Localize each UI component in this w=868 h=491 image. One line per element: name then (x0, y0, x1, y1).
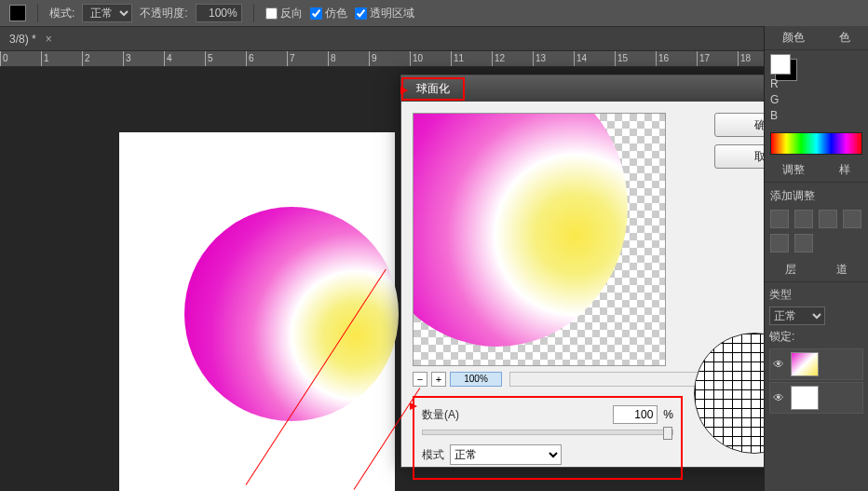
artboard[interactable] (119, 132, 395, 491)
opacity-input[interactable] (196, 4, 242, 22)
mode-select[interactable]: 正常 (450, 444, 562, 465)
close-icon[interactable]: × (46, 33, 52, 46)
right-panel-dock: 颜色 色 R G B 调整 样 添加调整 层 道 类型 正常 锁定: 👁 (764, 26, 868, 491)
tab-adjustments[interactable]: 调整 (777, 158, 810, 182)
color-ramp[interactable] (770, 132, 862, 155)
layer-thumbnail[interactable] (791, 386, 819, 410)
gradient-swatch[interactable] (9, 5, 26, 21)
separator (253, 4, 254, 22)
exposure-icon[interactable] (843, 210, 861, 228)
adjustments-title: 添加调整 (770, 189, 815, 202)
reverse-checkbox[interactable]: 反向 (265, 6, 303, 21)
annotation-arrow (400, 87, 408, 94)
hue-icon[interactable] (770, 234, 789, 252)
document-tab[interactable]: 3/8) * × (0, 26, 868, 50)
color-panel-tabs: 颜色 色 (765, 26, 868, 50)
kind-label: 类型 (769, 287, 792, 303)
blackwhite-icon[interactable] (794, 234, 813, 252)
visibility-icon[interactable]: 👁 (770, 391, 787, 404)
g-label: G (770, 93, 783, 106)
zoom-controls: − + 100% (413, 372, 701, 387)
blend-mode-select[interactable]: 正常 (82, 4, 132, 22)
zoom-out-button[interactable]: − (413, 372, 427, 387)
mode-label: 模式 (422, 447, 444, 463)
dialog-title: 球面化 (401, 77, 465, 101)
layer-item[interactable]: 👁 (769, 348, 863, 380)
adjustments-panel: 添加调整 (765, 183, 868, 258)
layers-tabs: 层 道 (765, 258, 868, 282)
tab-layers[interactable]: 层 (780, 258, 802, 281)
r-label: R (770, 77, 783, 90)
gradient-blob-shape (184, 207, 399, 421)
tab-styles[interactable]: 样 (834, 158, 856, 182)
amount-input[interactable] (613, 405, 658, 424)
color-rgb-sliders: R G B (765, 50, 868, 129)
levels-icon[interactable] (794, 210, 813, 228)
separator (37, 4, 38, 22)
controls-group: 数量(A) % 模式 正常 (413, 396, 683, 480)
curves-icon[interactable] (819, 210, 837, 228)
mode-label: 模式: (49, 6, 75, 21)
layer-thumbnail[interactable] (791, 352, 819, 376)
tab-swatches[interactable]: 色 (834, 26, 856, 49)
tab-channels[interactable]: 道 (831, 258, 853, 281)
options-bar: 模式: 正常 不透明度: 反向 仿色 透明区域 (0, 0, 868, 26)
amount-label: 数量(A) (422, 407, 459, 423)
opacity-label: 不透明度: (140, 6, 187, 21)
preview-scrollbar[interactable] (509, 372, 701, 387)
zoom-in-button[interactable]: + (431, 372, 446, 387)
preview-shape (413, 113, 628, 347)
layer-blend-select[interactable]: 正常 (769, 307, 825, 325)
brightness-icon[interactable] (770, 210, 789, 228)
layer-item[interactable]: 👁 (769, 382, 863, 414)
annotation-arrow (410, 402, 417, 410)
preview-box[interactable] (413, 113, 666, 366)
document-title: 3/8) * (9, 33, 36, 46)
visibility-icon[interactable]: 👁 (770, 358, 787, 371)
amount-unit: % (663, 408, 673, 421)
lock-label: 锁定: (769, 330, 794, 343)
amount-slider[interactable] (422, 430, 673, 435)
layers-panel: 类型 正常 锁定: 👁 👁 (765, 282, 868, 420)
transparency-checkbox[interactable]: 透明区域 (355, 6, 414, 21)
fg-bg-swatch[interactable] (770, 54, 791, 75)
b-label: B (770, 109, 783, 122)
tab-color[interactable]: 颜色 (777, 26, 810, 49)
zoom-percent[interactable]: 100% (450, 372, 502, 387)
adjustments-tabs: 调整 样 (765, 158, 868, 183)
dither-checkbox[interactable]: 仿色 (310, 6, 347, 21)
slider-knob[interactable] (663, 427, 672, 440)
horizontal-ruler: 0123456789101112131415161718 (0, 50, 764, 67)
